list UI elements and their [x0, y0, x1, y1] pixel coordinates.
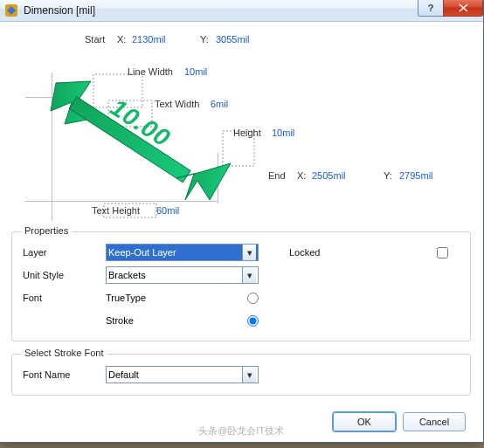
start-y-value: 3055mil — [216, 34, 250, 45]
cancel-button[interactable]: Cancel — [403, 412, 466, 431]
end-y-label: Y: — [384, 170, 392, 181]
layer-label: Layer — [23, 247, 106, 258]
properties-group: Properties Layer Keep-Out Layer ▾ Locked… — [11, 231, 471, 341]
close-button[interactable] — [443, 0, 483, 17]
truetype-radio[interactable] — [247, 293, 259, 304]
window-buttons: ? — [418, 0, 483, 17]
layer-value: Keep-Out Layer — [108, 247, 176, 258]
dialog-window: Dimension [mil] ? — [0, 0, 484, 443]
font-name-label: Font Name — [23, 369, 106, 380]
height-label: Height — [233, 128, 261, 138]
unit-style-value: Brackets — [108, 270, 146, 280]
text-width-label: Text Width — [155, 99, 199, 109]
button-bar: OK Cancel — [333, 412, 466, 431]
font-name-combobox[interactable]: Default ▾ — [106, 366, 259, 383]
text-height-value: 60mil — [156, 205, 179, 216]
font-label: Font — [23, 293, 106, 303]
unit-style-label: Unit Style — [23, 270, 106, 280]
properties-legend: Properties — [21, 225, 72, 236]
start-y-label: Y: — [200, 34, 209, 45]
height-value: 10mil — [272, 128, 294, 138]
title-bar[interactable]: Dimension [mil] ? — [0, 0, 483, 22]
stroke-radio[interactable] — [247, 315, 259, 327]
start-x-label: X: — [117, 34, 126, 45]
chevron-down-icon: ▾ — [242, 267, 256, 283]
locked-checkbox[interactable] — [437, 247, 448, 258]
window-title: Dimension [mil] — [24, 4, 95, 17]
layer-combobox[interactable]: Keep-Out Layer ▾ — [106, 244, 259, 261]
stroke-font-group: Select Stroke Font Font Name Default ▾ — [11, 354, 471, 396]
chevron-down-icon: ▾ — [242, 245, 256, 260]
end-x-label: X: — [297, 170, 306, 181]
stroke-label: Stroke — [106, 315, 134, 326]
text-height-label: Text Height — [92, 205, 140, 216]
unit-style-combobox[interactable]: Brackets ▾ — [106, 266, 259, 284]
watermark: 头条@卧龙会IT技术 — [191, 424, 291, 438]
locked-label: Locked — [272, 247, 359, 258]
client-area: 10.00 Start X: 2130mil Y: 3055mil Line W… — [0, 22, 483, 442]
line-width-value: 10mil — [184, 66, 207, 77]
start-label: Start — [85, 34, 105, 45]
end-y-value: 2795mil — [399, 170, 433, 181]
app-icon — [4, 3, 18, 17]
text-width-value: 6mil — [211, 99, 228, 109]
truetype-label: TrueType — [106, 293, 146, 303]
stroke-font-legend: Select Stroke Font — [21, 348, 107, 358]
chevron-down-icon: ▾ — [242, 367, 256, 383]
font-name-value: Default — [108, 369, 139, 380]
callout-lines — [0, 22, 471, 227]
end-x-value: 2505mil — [312, 170, 346, 181]
dimension-diagram: 10.00 Start X: 2130mil Y: 3055mil Line W… — [0, 22, 483, 223]
start-x-value: 2130mil — [132, 34, 166, 45]
line-width-label: Line Width — [128, 66, 173, 77]
end-label: End — [268, 170, 286, 181]
help-button[interactable]: ? — [418, 0, 444, 17]
ok-button[interactable]: OK — [333, 412, 396, 431]
